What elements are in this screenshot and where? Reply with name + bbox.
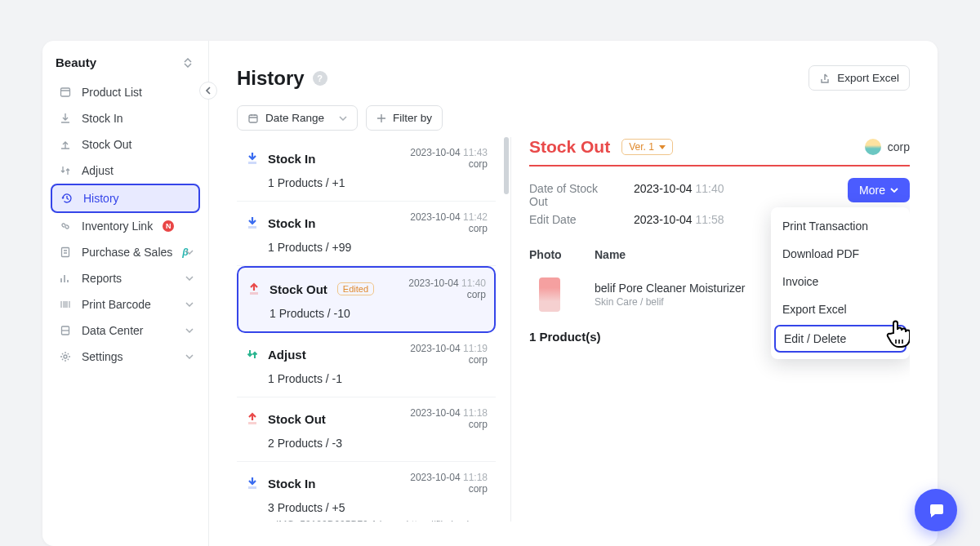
workspace-name: Beauty [56,55,96,69]
chevron-down-icon [185,328,194,333]
stock-in-icon [245,215,260,230]
main-content: History? Export Excel Date Range Filter … [209,41,938,546]
caret-down-icon [659,145,666,149]
entry-summary: 1 Products / +1 [268,176,488,189]
scrollbar-thumb[interactable] [504,137,509,194]
menu-invoice[interactable]: Invoice [771,268,910,295]
nav-print-barcode[interactable]: Print Barcode [51,291,200,317]
nav-label: History [83,192,119,205]
nav-label: Data Center [82,324,143,337]
nav-list: Product List Stock In Stock Out Adjust H… [51,79,200,370]
link-icon [59,220,72,233]
nav-stock-in[interactable]: Stock In [51,105,200,131]
svg-rect-4 [249,115,257,122]
history-entry[interactable]: Stock In2023-10-04 11:43corp 1 Products … [237,137,496,202]
help-icon[interactable]: ? [313,71,327,86]
version-dropdown[interactable]: Ver. 1 [621,139,673,155]
entry-type: Adjust [268,348,306,362]
entry-meta: 2023-10-04 11:42corp [410,211,488,234]
history-entry-selected[interactable]: Stock OutEdited2023-10-04 11:40corp 1 Pr… [237,266,496,333]
triangle-icon: ▸ [268,519,273,522]
chevron-down-icon [185,250,194,255]
stock-in-icon [245,476,260,491]
cursor-pointer-icon [885,317,910,349]
chart-icon [59,272,72,285]
adjust-icon [59,164,72,177]
nav-label: Stock Out [82,138,131,151]
nav-label: Purchase & Sales [82,246,172,259]
date-range-button[interactable]: Date Range [237,105,358,131]
more-button[interactable]: More [848,178,910,202]
export-excel-button[interactable]: Export Excel [808,65,910,91]
entry-summary: 1 Products / -10 [270,307,486,320]
svg-rect-8 [248,422,256,424]
plus-icon [376,113,386,123]
chevron-down-icon [185,302,194,307]
entry-meta: 2023-10-04 11:18corp [410,407,488,430]
history-icon [60,192,74,205]
stock-out-icon [247,282,261,296]
entry-type: Stock Out [270,282,327,296]
menu-download-pdf[interactable]: Download PDF [771,240,910,268]
svg-rect-5 [248,162,256,164]
svg-rect-9 [248,486,256,489]
export-icon [819,73,831,84]
entry-type: Stock In [268,477,315,491]
page-title: History? [237,67,327,90]
nav-product-list[interactable]: Product List [51,79,200,105]
stock-in-icon [245,151,260,166]
product-category: Skin Care / belif [595,296,745,308]
entry-type: Stock In [268,152,315,166]
entry-type: Stock In [268,216,315,230]
updown-icon [184,58,195,68]
nav-label: Settings [82,350,123,363]
history-list: Stock In2023-10-04 11:43corp 1 Products … [237,137,511,522]
avatar [865,139,881,155]
svg-point-3 [64,355,67,358]
chevron-down-icon [185,354,194,359]
history-entry[interactable]: Stock In2023-10-04 11:18corp 3 Products … [237,462,496,522]
database-icon [59,324,72,337]
svg-rect-7 [250,292,258,295]
new-badge: N [163,220,174,232]
edited-badge: Edited [337,282,374,295]
entry-meta: 2023-10-04 11:18corp [410,472,488,495]
chat-fab[interactable] [915,489,957,531]
entry-type: Stock Out [268,412,326,426]
sidebar: Beauty Product List Stock In Stock Out A… [42,41,209,546]
history-entry[interactable]: Stock In2023-10-04 11:42corp 1 Products … [237,202,496,266]
menu-print-transaction[interactable]: Print Transaction [771,212,910,240]
detail-user: corp [865,139,910,155]
history-entry[interactable]: Stock Out2023-10-04 11:18corp 2 Products… [237,397,496,462]
nav-label: Print Barcode [82,298,151,311]
product-thumbnail [539,277,560,312]
collapse-sidebar-button[interactable] [199,82,217,100]
nav-label: Stock In [82,112,123,125]
nav-adjust[interactable]: Adjust [51,158,200,184]
nav-purchase-sales[interactable]: Purchase & Salesβ [51,239,200,265]
product-name: belif Pore Cleaner Moisturizer [595,282,745,295]
nav-history[interactable]: History [51,184,200,213]
detail-panel: Stock Out Ver. 1 corp Date of Stock Out2… [511,137,910,522]
download-icon [59,112,72,125]
nav-data-center[interactable]: Data Center [51,317,200,344]
chevron-down-icon [185,276,194,281]
svg-rect-1 [62,248,69,257]
nav-inventory-link[interactable]: Inventory LinkN [51,213,200,239]
adjust-icon [245,347,260,362]
workspace-switcher[interactable]: Beauty [51,55,200,79]
chevron-down-icon [890,188,898,193]
nav-label: Reports [82,272,122,285]
nav-reports[interactable]: Reports [51,265,200,291]
detail-title: Stock Out [529,137,610,157]
nav-settings[interactable]: Settings [51,344,200,370]
stock-out-icon [245,411,260,426]
nav-label: Adjust [82,164,114,177]
document-icon [59,246,72,259]
entry-summary: 1 Products / +99 [268,241,488,254]
chevron-down-icon [339,116,347,121]
history-entry[interactable]: Adjust2023-10-04 11:19corp 1 Products / … [237,333,496,397]
nav-stock-out[interactable]: Stock Out [51,131,200,158]
upload-icon [59,138,72,151]
filter-by-button[interactable]: Filter by [366,105,443,131]
